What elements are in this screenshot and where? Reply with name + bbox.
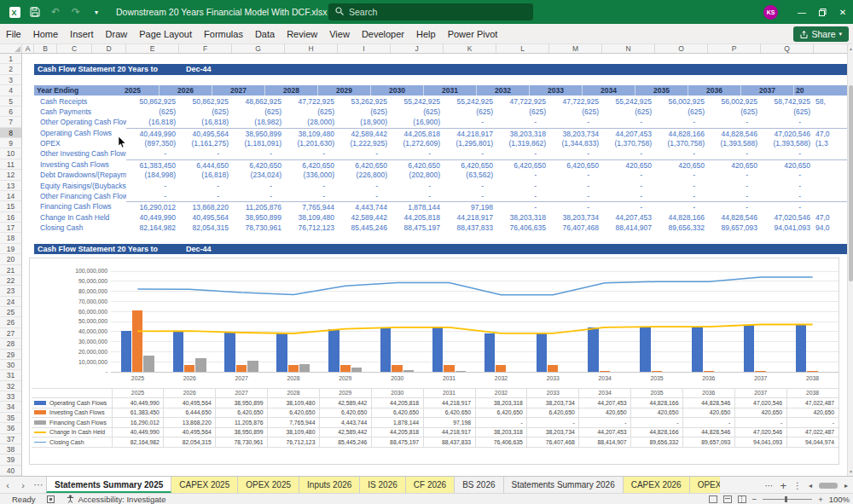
row-header-36[interactable]: 36 [0,423,21,433]
table-cell[interactable]: 47,020,546 [761,212,814,223]
table-cell[interactable]: 55,242,925 [602,96,655,107]
column-header-E[interactable]: E [126,44,179,53]
row-header-8[interactable]: 8 [0,128,21,138]
table-cell[interactable] [814,170,847,180]
table-cell[interactable]: 1,878,144 [391,201,444,211]
table-cell[interactable]: - [655,117,708,127]
menu-tab-help[interactable]: Help [410,24,442,44]
table-cell[interactable]: 38,950,899 [232,128,285,138]
table-cell[interactable]: - [602,170,655,180]
table-cell[interactable]: (1,370,758) [655,138,708,148]
table-cell[interactable]: 6,444,650 [179,159,232,170]
table-cell[interactable]: 48,862,925 [232,96,285,107]
table-cell[interactable]: (16,818) [126,117,179,127]
table-cell[interactable]: - [549,201,602,211]
column-header-G[interactable]: G [232,44,285,53]
table-cell[interactable]: - [444,181,496,191]
sheet-tab-inputs-2026[interactable]: Inputs 2026 [299,477,360,493]
year-header-cell[interactable]: 2035 [635,85,688,96]
table-cell[interactable]: - [549,117,602,127]
share-button[interactable]: Share ▾ [793,26,849,42]
table-cell[interactable]: 47,722,925 [496,96,549,107]
column-header-Q[interactable]: Q [761,44,814,53]
menu-tab-review[interactable]: Review [281,24,323,44]
table-cell[interactable]: - [602,191,655,201]
table-cell[interactable]: 97,198 [444,201,496,211]
column-header-M[interactable]: M [549,44,602,53]
table-cell[interactable]: 4,443,744 [338,201,391,211]
table-cell[interactable]: (28,000) [285,117,338,127]
table-cell[interactable]: (1,295,801) [444,138,496,148]
row-header-14[interactable]: 14 [0,191,21,201]
row-header-10[interactable]: 10 [0,148,21,159]
table-cell[interactable]: - [655,170,708,180]
year-header-cell[interactable]: 2027 [212,85,265,96]
table-cell[interactable]: 40,449,990 [126,212,179,223]
row-header-30[interactable]: 30 [0,360,21,370]
accessibility-status[interactable]: Accessibility: Investigate [78,495,165,504]
table-cell[interactable]: (16,818) [179,170,232,180]
table-cell[interactable]: - [285,191,338,201]
table-cell[interactable]: (63,562) [444,170,496,180]
row-header-40[interactable]: 40 [0,466,21,476]
table-cell[interactable] [814,159,847,170]
column-header-I[interactable]: I [338,44,391,53]
menu-tab-developer[interactable]: Developer [356,24,410,44]
table-cell[interactable]: - [761,181,814,191]
table-cell[interactable]: (1,201,630) [285,138,338,148]
table-cell[interactable]: 47,0 [814,128,847,138]
row-header-21[interactable]: 21 [0,265,21,275]
table-cell[interactable]: - [708,117,761,127]
table-cell[interactable]: 38,109,480 [285,212,338,223]
table-cell[interactable]: (625) [602,107,655,117]
column-header-K[interactable]: K [444,44,496,53]
column-header-P[interactable]: P [708,44,761,53]
row-header-31[interactable]: 31 [0,370,21,380]
year-header-cell[interactable]: 2032 [477,85,530,96]
table-cell[interactable]: 50,862,925 [179,96,232,107]
horizontal-scrollbar-thumb[interactable] [819,483,838,489]
row-label[interactable]: OPEX [34,138,126,148]
row-header-39[interactable]: 39 [0,455,21,465]
row-header-6[interactable]: 6 [0,107,21,117]
table-cell[interactable]: 42,589,442 [338,128,391,138]
menu-tab-draw[interactable]: Draw [100,24,134,44]
table-cell[interactable]: 47,020,546 [761,128,814,138]
table-cell[interactable]: - [761,201,814,211]
tab-scroll-left-icon[interactable]: ‹ [0,477,15,493]
table-cell[interactable]: (625) [126,107,179,117]
table-cell[interactable]: - [496,181,549,191]
sheet-tab-capex-2026[interactable]: CAPEX 2026 [624,477,690,493]
row-header-23[interactable]: 23 [0,286,21,296]
hscroll-left-icon[interactable]: ◂ [809,482,812,490]
table-cell[interactable]: - [126,191,179,201]
table-cell[interactable]: (625) [232,107,285,117]
search-input[interactable]: Search [328,3,533,20]
table-cell[interactable]: (625) [549,107,602,117]
table-cell[interactable]: - [179,191,232,201]
table-cell[interactable]: 61,383,450 [126,159,179,170]
row-header-25[interactable]: 25 [0,307,21,317]
table-cell[interactable]: 6,420,650 [549,159,602,170]
row-header-4[interactable]: 4 [0,85,21,96]
tab-more-icon[interactable]: ⋯ [31,477,46,493]
table-cell[interactable]: 94,0 [814,223,847,233]
table-cell[interactable]: 44,828,546 [708,128,761,138]
row-header-16[interactable]: 16 [0,212,21,223]
column-header-H[interactable]: H [285,44,338,53]
row-header-38[interactable]: 38 [0,444,21,455]
table-cell[interactable]: - [285,181,338,191]
vertical-scrollbar-thumb[interactable] [849,85,853,281]
table-cell[interactable]: 44,205,818 [391,128,444,138]
table-cell[interactable]: 44,218,917 [444,128,496,138]
vertical-scrollbar[interactable]: ▲ ▼ [847,44,853,476]
table-cell[interactable]: - [444,148,496,159]
table-cell[interactable]: 89,657,093 [708,223,761,233]
menu-tab-page-layout[interactable]: Page Layout [133,24,198,44]
table-cell[interactable]: (625) [708,107,761,117]
row-label[interactable]: Other Financing Cash Flows [34,191,126,201]
table-cell[interactable]: 76,407,468 [549,223,602,233]
year-ending-label[interactable]: Year Ending [34,85,107,96]
table-cell[interactable]: (16,818) [179,117,232,127]
table-cell[interactable]: - [549,170,602,180]
